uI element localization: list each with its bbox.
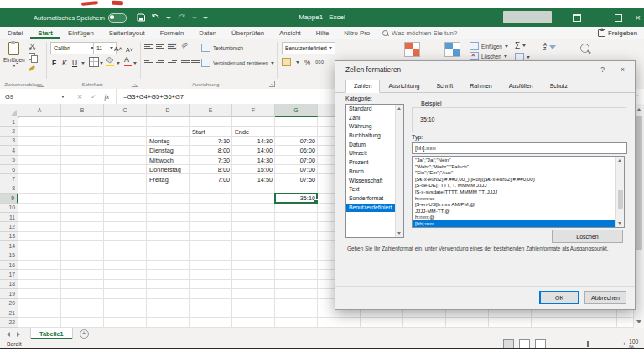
grid-cell[interactable] [104,213,147,222]
vertical-scroll-thumb[interactable] [636,116,642,250]
grid-cell[interactable] [104,308,147,318]
grid-cell[interactable] [18,184,61,194]
grid-cell[interactable] [104,184,147,194]
align-right-icon[interactable] [168,57,177,65]
accounting-dropdown-icon[interactable] [296,61,299,64]
grid-cell[interactable] [232,251,275,261]
ribbon-tab[interactable]: Nitro Pro [336,27,377,39]
format-listbox[interactable]: "Ja";"Ja";"Nein""Wahr";"Wahr";"Falsch""E… [412,156,625,228]
close-icon[interactable]: × [636,13,641,22]
grid-cell[interactable] [318,318,361,327]
grid-cell[interactable] [104,165,147,174]
autosum-button[interactable]: Σ [515,41,526,50]
ribbon-tab[interactable]: Überprüfen [224,27,272,39]
grid-cell[interactable] [275,308,318,318]
cell-value[interactable]: Mittwoch [147,156,190,165]
cell-value[interactable]: 14:50 [232,174,275,184]
grid-cell[interactable] [190,308,232,318]
grid-cell[interactable] [232,232,275,241]
cell-value[interactable]: Start [190,127,232,136]
maximize-icon[interactable] [615,14,622,22]
autosave-toggle[interactable]: Automatisches Speichern [34,13,127,23]
grid-cell[interactable] [232,280,275,289]
grid-cell[interactable] [190,117,232,127]
scroll-up-icon[interactable] [618,159,621,162]
grid-cell[interactable] [147,241,190,251]
grid-cell[interactable] [104,261,147,270]
sort-filter-button[interactable]: AZ [543,43,556,51]
grid-cell[interactable] [61,117,104,127]
increase-indent-icon[interactable] [191,57,200,65]
ribbon-tab[interactable]: Seitenlayout [101,27,153,39]
row-header[interactable]: 14 [0,241,18,251]
grid-cell[interactable] [275,117,318,127]
grid-cell[interactable] [61,184,104,194]
redo-dropdown-icon[interactable] [192,17,197,19]
format-item[interactable]: [$-x-sysdate]TTTT, MMMM TT, JJJJ [413,189,624,195]
grid-cell[interactable] [617,318,634,327]
grid-cell[interactable] [275,251,318,261]
selected-cell[interactable] [274,193,318,203]
cell-value[interactable]: Ende [232,127,275,136]
grid-cell[interactable] [18,137,61,146]
grid-cell[interactable] [61,165,104,174]
format-painter-button[interactable] [29,65,39,72]
cell-value[interactable]: 14:30 [232,137,275,146]
ribbon-tab[interactable]: Ansicht [272,27,309,39]
borders-dropdown-icon[interactable] [100,62,103,65]
dialog-close-icon[interactable]: × [621,65,625,74]
align-center-icon[interactable] [156,57,165,65]
undo-icon[interactable] [151,13,160,22]
cell-value[interactable]: 14:30 [232,156,275,165]
grid-cell[interactable] [275,204,318,213]
grid-cell[interactable] [104,270,147,279]
grid-cell[interactable] [18,222,61,231]
column-header[interactable]: B [61,104,104,117]
dialog-help-icon[interactable]: ? [600,65,605,74]
orientation-icon[interactable]: ab [180,40,189,49]
grid-cell[interactable] [232,241,275,251]
dialog-tab[interactable]: Ausrichtung [380,80,428,93]
insert-cells-button[interactable]: Einfügen [470,42,508,50]
cell-value[interactable]: 8:00 [190,165,232,174]
grid-cell[interactable] [190,318,232,327]
share-button[interactable]: Freigeben [598,29,637,37]
format-item[interactable]: "Ein";"Ein";"Aus" [413,169,624,176]
grid-cell[interactable] [104,127,147,136]
grid-cell[interactable] [18,232,61,241]
scroll-down-icon[interactable] [618,222,621,225]
grid-cell[interactable] [61,289,104,298]
align-left-icon[interactable] [144,57,153,65]
cell-value[interactable]: 7:10 [190,137,232,146]
ribbon-tab[interactable]: Formeln [153,27,192,39]
align-top-icon[interactable] [144,43,153,50]
grid-cell[interactable] [18,299,61,308]
column-header[interactable]: D [147,104,190,117]
grid-cell[interactable] [446,318,489,327]
row-header[interactable]: 4 [0,146,18,155]
minimize-icon[interactable] [595,18,601,18]
align-middle-icon[interactable] [156,43,165,50]
grid-cell[interactable] [190,261,232,270]
grid-cell[interactable] [232,318,275,327]
font-name-combo[interactable]: Calibri [50,42,97,54]
grid-cell[interactable] [147,308,190,318]
font-dialog-launcher-icon[interactable] [132,81,138,87]
grid-cell[interactable] [147,232,190,241]
alignment-dialog-launcher-icon[interactable] [269,81,275,87]
grid-cell[interactable] [61,308,104,318]
grid-cell[interactable] [147,270,190,279]
delete-format-button[interactable]: Löschen [552,230,623,243]
grid-cell[interactable] [104,137,147,146]
grid-cell[interactable] [61,127,104,136]
undo-dropdown-icon[interactable] [166,17,171,19]
grid-cell[interactable] [147,222,190,231]
zoom-out-icon[interactable]: − [549,340,553,348]
grid-cell[interactable] [275,299,318,308]
formula-input[interactable]: =G3+G4+G5+G6+G7 [117,93,184,101]
ribbon-display-options-icon[interactable] [573,14,581,22]
cell-value[interactable]: 14:00 [232,146,275,155]
align-bottom-icon[interactable] [168,43,177,50]
grid-cell[interactable] [232,204,275,213]
grid-cell[interactable] [18,174,61,184]
